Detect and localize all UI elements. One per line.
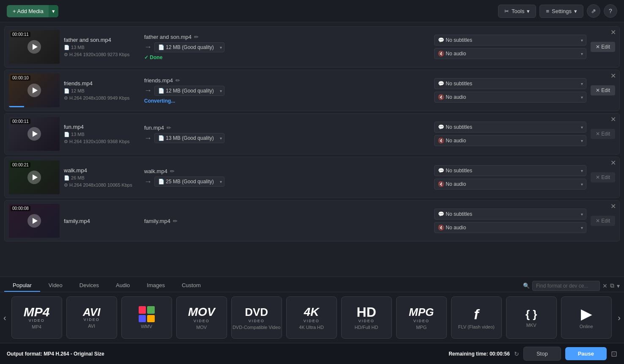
- file-size-row: 📄 26 MB: [64, 175, 140, 181]
- tab-custom[interactable]: Custom: [173, 280, 209, 292]
- file-item: 00:00:10 friends.mp4 📄 12 MB ⚙ H.264 204…: [4, 70, 620, 111]
- subtitles-select[interactable]: 💬 No subtitles: [434, 165, 586, 176]
- output-section: friends.mp4 ✏ → 📄 12 MB (Good quality) C…: [144, 77, 430, 104]
- close-file-button[interactable]: ✕: [610, 73, 616, 79]
- subtitles-select[interactable]: 💬 No subtitles: [434, 78, 586, 89]
- tab-video[interactable]: Video: [40, 280, 71, 292]
- file-size-row: 📄 13 MB: [64, 132, 140, 137]
- output-size-wrapper: 📄 12 MB (Good quality): [154, 86, 224, 96]
- format-label: MP4: [32, 324, 41, 329]
- format-card-wmv[interactable]: WMV: [121, 296, 172, 339]
- settings-button[interactable]: ≡ Settings ▾: [539, 5, 583, 18]
- output-name: walk.mp4: [144, 168, 167, 174]
- format-search-input[interactable]: [532, 281, 600, 291]
- wmv-logo: [139, 306, 155, 322]
- arrow-icon: →: [144, 134, 152, 143]
- file-spec: ⚙ H.264 2048x1080 10065 Kbps: [64, 182, 132, 188]
- audio-select[interactable]: 🔇 No audio: [434, 222, 586, 233]
- format-card-online[interactable]: ▶ Online: [561, 296, 612, 339]
- tab-images[interactable]: Images: [138, 280, 173, 292]
- format-card-mkv[interactable]: { } MKV: [506, 296, 557, 339]
- settings-icon: ≡: [546, 8, 549, 14]
- pause-button[interactable]: Pause: [565, 347, 607, 360]
- subtitles-audio-col: 💬 No subtitles 🔇 No audio: [434, 35, 586, 59]
- edit-button[interactable]: ✕ Edit: [591, 129, 615, 139]
- play-button[interactable]: [27, 214, 41, 228]
- output-name: father and son.mp4: [144, 34, 192, 40]
- format-card-mpg[interactable]: MPG VIDEO MPG: [396, 296, 447, 339]
- file-item: 00:00:11 father and son.mp4 📄 13 MB ⚙ H.…: [4, 26, 620, 68]
- flv-logo: f: [474, 306, 479, 323]
- format-card-mp4[interactable]: MP4 VIDEO MP4: [11, 296, 62, 339]
- subtitles-wrapper: 💬 No subtitles: [434, 209, 586, 220]
- arrow-icon: →: [144, 177, 152, 186]
- play-button[interactable]: [27, 40, 41, 54]
- file-size: 📄 12 MB: [64, 88, 85, 94]
- stop-button[interactable]: Stop: [523, 347, 561, 361]
- edit-button[interactable]: ✕ Edit: [591, 85, 615, 95]
- share-button[interactable]: ⇗: [587, 4, 600, 18]
- format-card-avi[interactable]: AVI VIDEO AVI: [66, 296, 117, 339]
- format-card-mov[interactable]: MOV VIDEO MOV: [176, 296, 227, 339]
- edit-button[interactable]: ✕ Edit: [591, 216, 615, 226]
- tab-audio[interactable]: Audio: [107, 280, 138, 292]
- subtitles-select[interactable]: 💬 No subtitles: [434, 209, 586, 220]
- help-icon: ?: [609, 8, 612, 14]
- output-name-row: father and son.mp4 ✏: [144, 34, 430, 40]
- output-size-select[interactable]: 📄 12 MB (Good quality): [154, 86, 224, 96]
- edit-button[interactable]: ✕ Edit: [591, 42, 615, 52]
- play-button[interactable]: [27, 84, 41, 97]
- help-button[interactable]: ?: [604, 4, 617, 18]
- output-size-select[interactable]: 📄 13 MB (Good quality): [154, 133, 224, 143]
- file-size: 📄 13 MB: [64, 132, 85, 137]
- file-item: 00:00:08 family.mp4 family.mp4 ✏ 💬 No su…: [4, 200, 620, 242]
- add-media-caret[interactable]: ▾: [49, 5, 58, 17]
- edit-name-button[interactable]: ✏: [175, 77, 180, 84]
- output-section: father and son.mp4 ✏ → 📄 12 MB (Good qua…: [144, 34, 430, 60]
- tab-popular[interactable]: Popular: [4, 280, 40, 292]
- play-button[interactable]: [27, 171, 41, 184]
- save-output-button[interactable]: ⊡: [611, 349, 617, 359]
- audio-select[interactable]: 🔇 No audio: [434, 48, 586, 59]
- edit-name-button[interactable]: ✏: [167, 125, 171, 131]
- close-file-button[interactable]: ✕: [610, 160, 616, 166]
- tab-devices[interactable]: Devices: [71, 280, 107, 292]
- refresh-button[interactable]: ↻: [514, 350, 519, 357]
- subtitles-select[interactable]: 💬 No subtitles: [434, 122, 586, 133]
- edit-name-button[interactable]: ✏: [170, 168, 175, 174]
- file-info: friends.mp4 📄 12 MB ⚙ H.264 2048x1080 99…: [64, 80, 140, 101]
- format-label: AVI: [88, 323, 95, 329]
- edit-name-button[interactable]: ✏: [173, 218, 178, 224]
- audio-select[interactable]: 🔇 No audio: [434, 135, 586, 146]
- thumb-progress: [9, 106, 24, 107]
- audio-select[interactable]: 🔇 No audio: [434, 92, 586, 103]
- edit-button[interactable]: ✕ Edit: [591, 172, 615, 182]
- format-card-4k[interactable]: 4K VIDEO 4K Ultra HD: [286, 296, 337, 339]
- close-file-button[interactable]: ✕: [610, 116, 616, 123]
- search-clear-button[interactable]: ✕: [602, 283, 608, 289]
- audio-wrapper: 🔇 No audio: [434, 92, 586, 103]
- format-prev-button[interactable]: ‹: [0, 313, 10, 323]
- output-name-row: family.mp4 ✏: [144, 218, 430, 224]
- tools-button[interactable]: ✂ Tools ▾: [498, 5, 536, 18]
- file-spec-row: ⚙ H.264 2048x1080 10065 Kbps: [64, 182, 140, 188]
- file-spec: ⚙ H.264 1920x1080 9273 Kbps: [64, 52, 130, 57]
- edit-name-button[interactable]: ✏: [194, 34, 199, 40]
- play-button[interactable]: [27, 127, 41, 141]
- format-next-button[interactable]: ›: [614, 313, 624, 323]
- search-copy-button[interactable]: ⧉: [610, 282, 614, 289]
- output-size-select[interactable]: 📄 25 MB (Good quality): [154, 177, 224, 187]
- close-file-button[interactable]: ✕: [610, 29, 616, 36]
- subtitles-select[interactable]: 💬 No subtitles: [434, 35, 586, 46]
- format-collapse-button[interactable]: ▾: [617, 283, 620, 289]
- format-card-dvd[interactable]: DVD VIDEO DVD-Compatible Video: [231, 296, 282, 339]
- audio-select[interactable]: 🔇 No audio: [434, 179, 586, 190]
- format-card-hd[interactable]: HD VIDEO HD/Full HD: [341, 296, 392, 339]
- file-name: father and son.mp4: [64, 37, 140, 43]
- output-size-select[interactable]: 📄 12 MB (Good quality): [154, 42, 224, 52]
- close-file-button[interactable]: ✕: [610, 203, 616, 210]
- format-card-flv[interactable]: f FLV (Flash video): [451, 296, 502, 339]
- add-media-button[interactable]: + Add Media ▾: [7, 5, 58, 17]
- format-grid: MP4 VIDEO MP4 AVI VIDEO AVI WMV MOV VIDE…: [11, 296, 613, 339]
- audio-wrapper: 🔇 No audio: [434, 48, 586, 59]
